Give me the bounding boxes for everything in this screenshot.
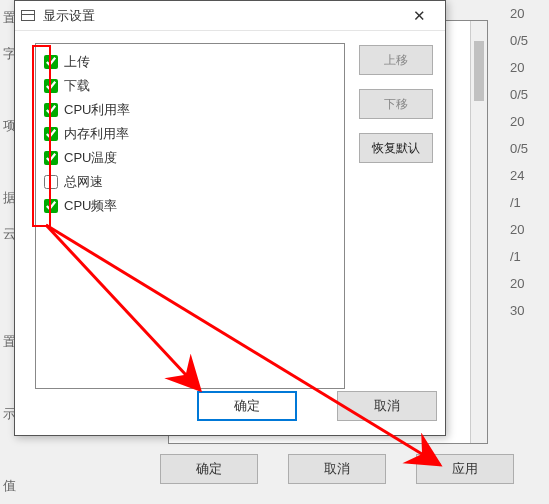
- bg-right-value: 0/5: [506, 27, 549, 54]
- bg-right-value: /1: [506, 189, 549, 216]
- parent-right-values: 200/5200/5200/524/120/12030: [506, 0, 549, 324]
- parent-apply-button[interactable]: 应用: [416, 454, 514, 484]
- bg-right-value: 24: [506, 162, 549, 189]
- dialog-body: 上传下载CPU利用率内存利用率CPU温度总网速CPU频率 上移 下移 恢复默认 …: [15, 31, 445, 435]
- side-buttons: 上移 下移 恢复默认: [359, 45, 433, 163]
- checkbox[interactable]: [44, 175, 58, 189]
- list-item-label: CPU温度: [64, 149, 117, 167]
- bg-right-value: 20: [506, 54, 549, 81]
- checkbox[interactable]: [44, 103, 58, 117]
- bg-right-value: 20: [506, 216, 549, 243]
- bg-right-value: 20: [506, 270, 549, 297]
- move-down-button[interactable]: 下移: [359, 89, 433, 119]
- checkbox[interactable]: [44, 151, 58, 165]
- list-item-label: CPU利用率: [64, 101, 130, 119]
- checkbox-list: 上传下载CPU利用率内存利用率CPU温度总网速CPU频率: [35, 43, 345, 389]
- list-item-label: CPU频率: [64, 197, 117, 215]
- ok-button[interactable]: 确定: [197, 391, 297, 421]
- bg-left-fragment: 值: [0, 468, 18, 504]
- list-item[interactable]: 上传: [42, 50, 338, 74]
- titlebar: 显示设置 ✕: [15, 1, 445, 31]
- list-item[interactable]: 内存利用率: [42, 122, 338, 146]
- list-item-label: 总网速: [64, 173, 103, 191]
- bg-right-value: 0/5: [506, 135, 549, 162]
- scrollbar-thumb[interactable]: [474, 41, 484, 101]
- list-item-label: 下载: [64, 77, 90, 95]
- bg-right-value: 30: [506, 297, 549, 324]
- checkbox[interactable]: [44, 127, 58, 141]
- list-item[interactable]: 总网速: [42, 170, 338, 194]
- window-icon: [21, 10, 35, 21]
- bg-right-value: /1: [506, 243, 549, 270]
- list-item[interactable]: 下载: [42, 74, 338, 98]
- checkbox[interactable]: [44, 79, 58, 93]
- move-up-button[interactable]: 上移: [359, 45, 433, 75]
- list-item-label: 上传: [64, 53, 90, 71]
- bg-right-value: 20: [506, 0, 549, 27]
- list-item-label: 内存利用率: [64, 125, 129, 143]
- checkbox[interactable]: [44, 199, 58, 213]
- checkbox[interactable]: [44, 55, 58, 69]
- parent-cancel-button[interactable]: 取消: [288, 454, 386, 484]
- scrollbar[interactable]: [470, 21, 487, 443]
- close-button[interactable]: ✕: [399, 2, 439, 30]
- dialog-bottom-buttons: 确定 取消: [197, 391, 437, 421]
- list-item[interactable]: CPU温度: [42, 146, 338, 170]
- list-item[interactable]: CPU频率: [42, 194, 338, 218]
- dialog-title: 显示设置: [43, 7, 95, 25]
- list-item[interactable]: CPU利用率: [42, 98, 338, 122]
- cancel-button[interactable]: 取消: [337, 391, 437, 421]
- bg-right-value: 20: [506, 108, 549, 135]
- display-settings-dialog: 显示设置 ✕ 上传下载CPU利用率内存利用率CPU温度总网速CPU频率 上移 下…: [14, 0, 446, 436]
- bg-right-value: 0/5: [506, 81, 549, 108]
- restore-default-button[interactable]: 恢复默认: [359, 133, 433, 163]
- parent-ok-button[interactable]: 确定: [160, 454, 258, 484]
- parent-buttons: 确定 取消 应用: [160, 454, 514, 484]
- bg-left-fragment: [0, 432, 18, 468]
